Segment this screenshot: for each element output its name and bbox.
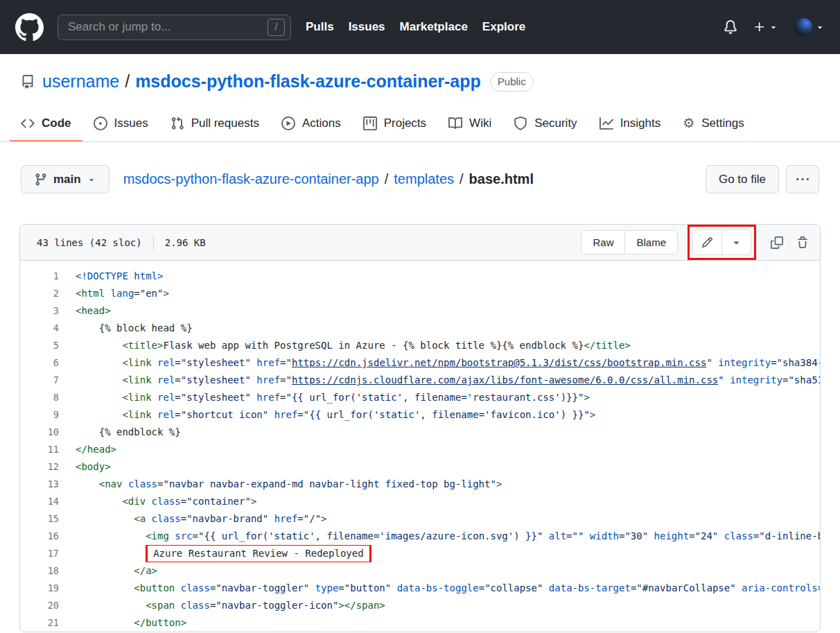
line-number[interactable]: 21 — [20, 614, 76, 632]
tab-label: Insights — [620, 116, 661, 130]
shield-icon — [514, 116, 527, 130]
header-link-explore[interactable]: Explore — [482, 20, 525, 34]
line-number[interactable]: 16 — [20, 528, 76, 545]
tab-issues[interactable]: Issues — [82, 107, 159, 141]
tab-projects[interactable]: Projects — [352, 107, 437, 141]
code-line-content: </a> — [76, 562, 820, 580]
line-number[interactable]: 4 — [20, 320, 76, 337]
file-lines-info: 43 lines (42 sloc) — [37, 237, 142, 248]
repo-header: username / msdocs-python-flask-azure-con… — [0, 54, 840, 142]
copy-raw-button[interactable] — [771, 236, 783, 249]
line-number[interactable]: 15 — [20, 510, 76, 528]
line-number[interactable]: 6 — [20, 354, 76, 372]
notifications-button[interactable] — [724, 20, 737, 34]
tab-actions[interactable]: Actions — [270, 107, 352, 141]
code-line: 12<body> — [20, 458, 820, 476]
file-meta: 43 lines (42 sloc) 2.96 KB — [31, 235, 206, 250]
avatar[interactable] — [794, 18, 812, 36]
tab-settings[interactable]: ⚙Settings — [672, 107, 755, 141]
blame-button[interactable]: Blame — [624, 231, 677, 254]
search-placeholder: Search or jump to... — [68, 20, 268, 34]
line-number[interactable]: 11 — [20, 441, 76, 458]
github-header: Search or jump to... / PullsIssuesMarket… — [0, 0, 840, 54]
code-line: 14 <div class="container"> — [20, 493, 820, 510]
delete-file-button[interactable] — [796, 236, 809, 249]
branch-selector-button[interactable]: main — [21, 165, 110, 193]
code-line-content: <nav class="navbar navbar-expand-md navb… — [76, 476, 820, 493]
tab-insights[interactable]: Insights — [588, 107, 672, 141]
line-number[interactable]: 18 — [20, 562, 76, 580]
header-nav: PullsIssuesMarketplaceExplore — [306, 20, 525, 34]
line-number[interactable]: 19 — [20, 580, 76, 597]
line-number[interactable]: 7 — [20, 372, 76, 389]
search-input[interactable]: Search or jump to... / — [58, 15, 291, 40]
annotation-edit-button-box — [688, 225, 756, 260]
tab-security[interactable]: Security — [502, 107, 588, 141]
user-menu[interactable] — [794, 18, 825, 36]
breadcrumb-separator: / — [385, 171, 389, 187]
line-number[interactable]: 14 — [20, 493, 76, 510]
tab-label: Security — [534, 116, 577, 130]
line-number[interactable]: 13 — [20, 476, 76, 493]
raw-blame-group: Raw Blame — [581, 230, 678, 254]
code-line-content: {% endblock %} — [76, 424, 820, 441]
header-link-marketplace[interactable]: Marketplace — [400, 20, 468, 34]
file-viewer: 43 lines (42 sloc) 2.96 KB Raw Blame — [19, 224, 821, 632]
branch-name: main — [53, 173, 81, 187]
pencil-icon — [701, 236, 713, 248]
line-number[interactable]: 2 — [20, 285, 76, 302]
caret-down-icon — [769, 22, 778, 32]
edit-dropdown-button[interactable] — [721, 230, 751, 254]
line-number[interactable]: 20 — [20, 597, 76, 614]
line-number[interactable]: 1 — [20, 268, 76, 285]
issue-icon — [94, 116, 107, 130]
line-number[interactable]: 5 — [20, 337, 76, 354]
code-line: 7 <link rel="stylesheet" href="https://c… — [20, 372, 820, 389]
line-number[interactable]: 17 — [20, 545, 76, 562]
code-line: 17 Azure Restaurant Review - Redeployed — [20, 545, 820, 562]
breadcrumb-current-file: base.html — [469, 171, 534, 187]
raw-button[interactable]: Raw — [581, 231, 624, 254]
code-line: 9 <link rel="shortcut icon" href="{{ url… — [20, 406, 820, 424]
code-line: 19 <button class="navbar-toggler" type="… — [20, 580, 820, 597]
code-line-content: </head> — [76, 441, 820, 458]
file-nav-actions: Go to file — [706, 165, 819, 193]
meta-divider — [153, 235, 154, 250]
header-link-pulls[interactable]: Pulls — [306, 20, 334, 34]
kebab-icon — [796, 173, 809, 186]
code-line: 2<html lang="en"> — [20, 285, 820, 302]
repo-tab-nav: CodeIssuesPull requestsActionsProjectsWi… — [0, 107, 840, 142]
code-line: 10 {% endblock %} — [20, 424, 820, 441]
tab-pull-requests[interactable]: Pull requests — [159, 107, 270, 141]
tab-code[interactable]: Code — [10, 107, 82, 141]
line-number[interactable]: 3 — [20, 302, 76, 320]
tab-wiki[interactable]: Wiki — [437, 107, 502, 141]
code-line: 15 <a class="navbar-brand" href="/"> — [20, 510, 820, 528]
go-to-file-button[interactable]: Go to file — [706, 165, 779, 193]
line-number[interactable]: 12 — [20, 458, 76, 476]
breadcrumb-link[interactable]: msdocs-python-flask-azure-container-app — [123, 171, 379, 187]
file-header: 43 lines (42 sloc) 2.96 KB Raw Blame — [20, 225, 820, 261]
code-line-content: <body> — [76, 458, 820, 476]
line-number[interactable]: 9 — [20, 406, 76, 424]
edit-file-button[interactable] — [693, 230, 721, 254]
repo-icon — [21, 75, 35, 89]
repo-name-link[interactable]: msdocs-python-flask-azure-container-app — [135, 71, 481, 92]
code-line: 6 <link rel="stylesheet" href="https://c… — [20, 354, 820, 372]
edit-button-group — [692, 229, 751, 255]
line-number[interactable]: 10 — [20, 424, 76, 441]
code-line-content: <div class="container"> — [76, 493, 820, 510]
caret-down-icon — [87, 175, 96, 184]
repo-owner-link[interactable]: username — [42, 71, 119, 92]
create-new-dropdown[interactable] — [753, 21, 778, 33]
line-number[interactable]: 8 — [20, 389, 76, 406]
more-options-button[interactable] — [786, 165, 819, 193]
code-line-content: <a class="navbar-brand" href="/"> — [76, 510, 820, 528]
code-view: 1<!DOCTYPE html>2<html lang="en">3<head>… — [20, 261, 820, 632]
breadcrumb-link[interactable]: templates — [394, 171, 454, 187]
code-line-content: <img src="{{ url_for('static', filename=… — [76, 528, 820, 545]
github-logo-icon[interactable] — [15, 13, 44, 42]
graph-icon — [600, 116, 613, 130]
header-link-issues[interactable]: Issues — [349, 20, 385, 34]
visibility-badge: Public — [490, 72, 534, 92]
